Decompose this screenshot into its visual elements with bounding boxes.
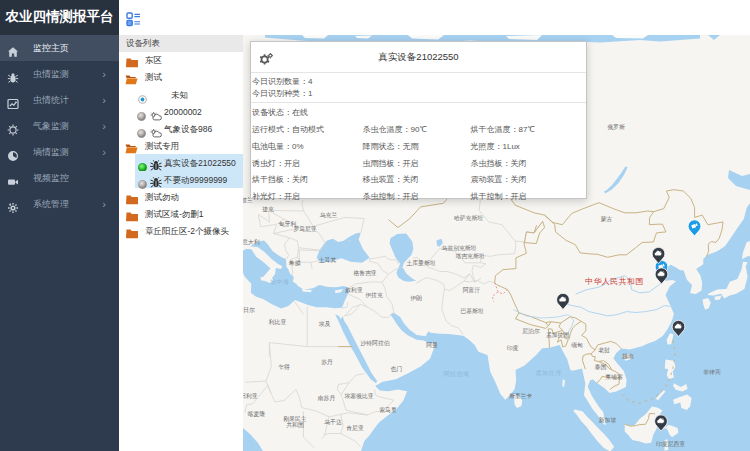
svg-text:地中海: 地中海: [270, 279, 290, 285]
svg-text:埃及: 埃及: [319, 320, 331, 327]
svg-text:塔吉克斯坦: 塔吉克斯坦: [456, 253, 485, 260]
svg-text:乍得: 乍得: [278, 363, 290, 371]
svg-text:尼日利亚: 尼日利亚: [243, 392, 258, 400]
svg-text:中华人民共和国: 中华人民共和国: [585, 277, 644, 286]
svg-text:伊拉克: 伊拉克: [365, 292, 383, 299]
svg-text:苏丹: 苏丹: [321, 359, 333, 366]
svg-text:乌克兰: 乌克兰: [320, 212, 338, 219]
svg-text:希腊: 希腊: [289, 260, 301, 266]
svg-text:巴基斯坦: 巴基斯坦: [460, 308, 483, 314]
svg-text:哈萨克斯坦: 哈萨克斯坦: [454, 215, 483, 222]
svg-text:阿拉伯海: 阿拉伯海: [444, 371, 470, 378]
svg-text:肯尼亚: 肯尼亚: [346, 424, 364, 431]
svg-text:埃塞俄比亚: 埃塞俄比亚: [345, 392, 374, 400]
svg-text:乌兹别克斯坦: 乌兹别克斯坦: [442, 245, 477, 252]
svg-text:斯里兰卡: 斯里兰卡: [509, 393, 532, 399]
svg-text:蒙古: 蒙古: [601, 216, 613, 223]
svg-text:格鲁吉亚: 格鲁吉亚: [352, 269, 376, 277]
svg-text:缅甸: 缅甸: [571, 342, 583, 349]
svg-text:菲律宾: 菲律宾: [703, 369, 721, 375]
svg-text:乌干达: 乌干达: [324, 418, 342, 425]
svg-text:意大利: 意大利: [243, 239, 260, 246]
svg-text:土库曼斯坦: 土库曼斯坦: [407, 259, 436, 267]
svg-text:泰国: 泰国: [595, 363, 607, 371]
svg-text:老挝: 老挝: [598, 347, 610, 354]
svg-text:柬埔寨: 柬埔寨: [605, 374, 623, 381]
svg-text:尼日尔: 尼日尔: [243, 307, 255, 314]
svg-text:也门: 也门: [391, 365, 403, 372]
svg-text:利比亚: 利比亚: [269, 318, 287, 326]
svg-text:越南: 越南: [622, 353, 634, 360]
svg-text:捷克: 捷克: [262, 206, 274, 213]
svg-text:孟加拉国: 孟加拉国: [546, 331, 569, 339]
svg-text:俄罗斯: 俄罗斯: [607, 124, 625, 131]
svg-text:阿曼: 阿曼: [426, 342, 438, 349]
svg-text:南苏丹: 南苏丹: [318, 395, 336, 402]
svg-text:孟加拉湾: 孟加拉湾: [536, 369, 562, 377]
svg-text:共和国: 共和国: [286, 421, 304, 429]
svg-text:尼泊尔: 尼泊尔: [522, 328, 540, 335]
svg-text:印度尼西亚: 印度尼西亚: [656, 440, 685, 448]
svg-text:罗马尼亚: 罗马尼亚: [293, 225, 316, 233]
svg-text:新加坡: 新加坡: [599, 417, 617, 423]
svg-text:索马里: 索马里: [379, 407, 397, 413]
svg-text:阿富汗: 阿富汗: [463, 287, 481, 294]
svg-text:沙特阿拉伯: 沙特阿拉伯: [361, 340, 390, 347]
svg-text:喀麦隆: 喀麦隆: [248, 410, 266, 418]
svg-text:印度: 印度: [507, 345, 519, 352]
svg-text:叙利亚: 叙利亚: [345, 286, 363, 294]
svg-text:伊朗: 伊朗: [410, 295, 422, 302]
svg-text:土耳其: 土耳其: [319, 256, 337, 263]
